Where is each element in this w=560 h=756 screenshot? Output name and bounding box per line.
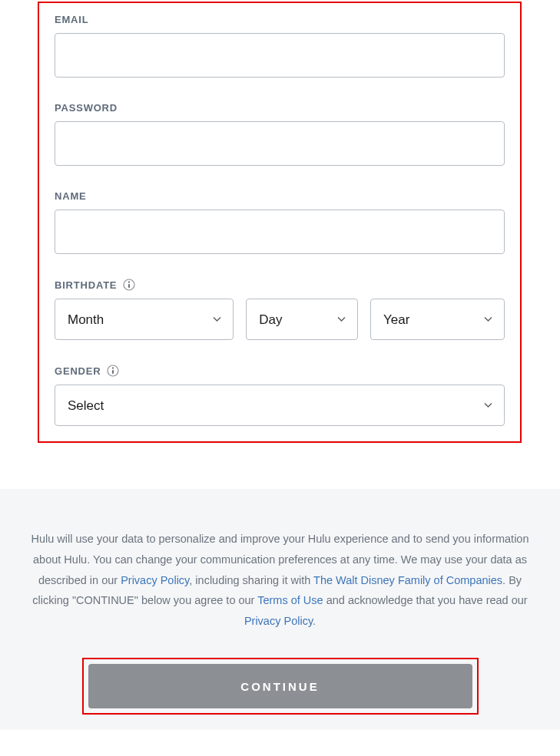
name-field-group: NAME xyxy=(55,190,505,254)
svg-rect-4 xyxy=(113,370,114,374)
gender-field-group: GENDER Select xyxy=(55,365,505,426)
continue-button[interactable]: CONTINUE xyxy=(88,664,472,708)
footer-section: Hulu will use your data to personalize a… xyxy=(0,489,560,730)
email-label: EMAIL xyxy=(55,14,88,25)
continue-container: CONTINUE xyxy=(82,658,479,715)
legal-text: Hulu will use your data to personalize a… xyxy=(19,529,542,632)
legal-part: and acknowledge that you have read our xyxy=(323,594,528,606)
password-input[interactable] xyxy=(55,121,505,166)
name-label: NAME xyxy=(55,190,86,202)
svg-point-5 xyxy=(112,368,114,369)
password-field-group: PASSWORD xyxy=(55,102,505,166)
gender-label: GENDER xyxy=(55,365,101,377)
email-field-group: EMAIL xyxy=(55,14,505,78)
password-label: PASSWORD xyxy=(55,102,118,114)
email-input[interactable] xyxy=(55,33,505,78)
name-input[interactable] xyxy=(55,210,505,254)
legal-part: . xyxy=(313,615,316,627)
birthdate-field-group: BIRTHDATE Month Day xyxy=(55,279,505,340)
svg-point-2 xyxy=(128,282,130,283)
gender-select[interactable]: Select xyxy=(55,385,505,426)
birthdate-day-select[interactable]: Day xyxy=(246,299,358,340)
legal-part: , including sharing it with xyxy=(189,574,313,586)
signup-form: EMAIL PASSWORD NAME BIRTHDATE Month xyxy=(38,2,522,443)
birthdate-month-select[interactable]: Month xyxy=(55,299,234,340)
svg-rect-1 xyxy=(129,284,131,288)
birthdate-year-select[interactable]: Year xyxy=(370,299,505,340)
disney-companies-link[interactable]: The Walt Disney Family of Companies xyxy=(313,574,502,586)
birthdate-label: BIRTHDATE xyxy=(55,279,117,291)
privacy-policy-link[interactable]: Privacy Policy xyxy=(244,615,313,627)
terms-of-use-link[interactable]: Terms of Use xyxy=(257,594,323,606)
info-icon[interactable] xyxy=(123,279,135,291)
info-icon[interactable] xyxy=(107,365,119,377)
privacy-policy-link[interactable]: Privacy Policy xyxy=(121,574,189,586)
